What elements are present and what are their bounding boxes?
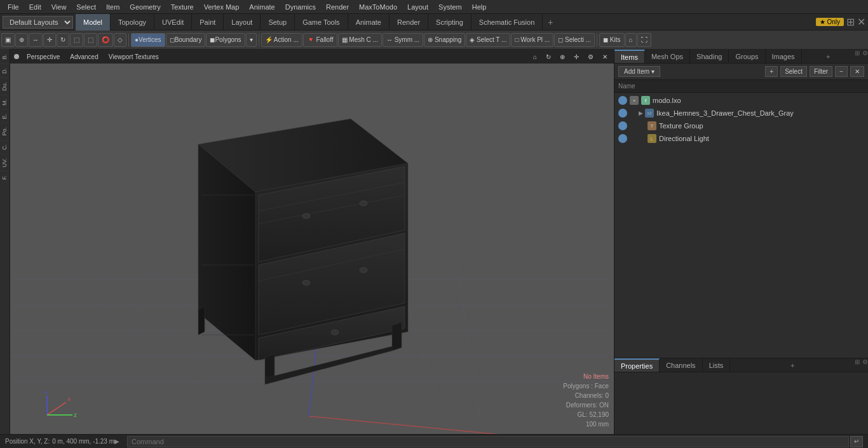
menu-system[interactable]: System: [433, 2, 467, 12]
tb-mode-dropdown[interactable]: ▾: [246, 33, 257, 47]
star-only-button[interactable]: ★ Only: [816, 18, 844, 26]
tb-symm[interactable]: ↔ Symm ...: [383, 33, 423, 47]
vp-close-icon[interactable]: ✕: [600, 53, 610, 61]
left-tab-b[interactable]: B.: [0, 50, 10, 64]
list-item[interactable]: + f modo.lxo: [614, 94, 868, 107]
menu-edit[interactable]: Edit: [24, 2, 46, 12]
menu-animate[interactable]: Animate: [244, 2, 280, 12]
items-select-button[interactable]: Select: [780, 66, 807, 77]
list-item[interactable]: L Directional Light: [614, 132, 868, 145]
3d-canvas[interactable]: .grid-l { stroke: rgba(100,100,180,0.25)…: [10, 64, 614, 434]
menu-render[interactable]: Render: [321, 2, 354, 12]
command-input[interactable]: [127, 436, 849, 447]
list-item[interactable]: T Texture Group: [614, 119, 868, 132]
menu-item[interactable]: Item: [101, 2, 125, 12]
tb-move[interactable]: ✛: [43, 33, 56, 47]
items-tab-images[interactable]: Images: [766, 50, 802, 63]
tb-boundary-mode[interactable]: ◻ Boundary: [166, 33, 206, 47]
layout-tab-uvedit[interactable]: UVEdit: [154, 14, 192, 31]
vp-zoom-icon[interactable]: ⊕: [557, 53, 567, 61]
layout-tab-paint[interactable]: Paint: [192, 14, 224, 31]
tb-select-t[interactable]: ◈ Select T ...: [466, 33, 510, 47]
tb-polygons-mode[interactable]: ◼ Polygons: [206, 33, 245, 47]
props-tab-add[interactable]: +: [785, 358, 799, 372]
items-x-button[interactable]: ✕: [850, 66, 864, 77]
viewport-textures-btn[interactable]: Viewport Textures: [106, 53, 161, 61]
maximize-button[interactable]: ⊞: [846, 16, 855, 28]
item-eye-toggle[interactable]: [618, 121, 627, 130]
tb-snapping[interactable]: ⊕ Snapping: [424, 33, 465, 47]
props-tab-lists[interactable]: Lists: [703, 358, 731, 372]
vp-pan-icon[interactable]: ✛: [571, 53, 581, 61]
items-tab-items[interactable]: Items: [614, 50, 645, 63]
props-tab-properties[interactable]: Properties: [614, 358, 660, 372]
layout-tab-topology[interactable]: Topology: [111, 14, 154, 31]
left-tab-e[interactable]: E.: [0, 109, 10, 123]
tb-world-space[interactable]: ⊕: [15, 33, 28, 47]
layout-dropdown[interactable]: Default Layouts: [3, 16, 73, 29]
item-expand-arrow[interactable]: ▶: [639, 110, 643, 116]
menu-dynamics[interactable]: Dynamics: [280, 2, 321, 12]
items-filter-icon[interactable]: +: [765, 66, 778, 77]
layout-tab-render[interactable]: Render: [390, 14, 428, 31]
left-tab-c[interactable]: C.: [0, 140, 10, 154]
tb-home[interactable]: ⌂: [625, 33, 637, 47]
command-execute-button[interactable]: ↵: [850, 436, 863, 447]
viewport-dot[interactable]: [14, 54, 19, 59]
tb-selecti[interactable]: ◻ Selecti ...: [554, 33, 595, 47]
item-eye-toggle[interactable]: [618, 109, 627, 118]
props-tab-channels[interactable]: Channels: [660, 358, 702, 372]
tb-scale[interactable]: ⬚: [70, 33, 83, 47]
item-eye-toggle[interactable]: [618, 134, 627, 143]
props-expand-icon[interactable]: ⊞: [855, 358, 860, 372]
menu-texture[interactable]: Texture: [166, 2, 199, 12]
left-tab-du[interactable]: Du.: [0, 78, 10, 95]
viewport-advanced-btn[interactable]: Advanced: [67, 53, 100, 61]
tb-action[interactable]: ⚡ Action ...: [261, 33, 302, 47]
left-tab-d[interactable]: D.: [0, 64, 10, 78]
items-tab-add[interactable]: +: [821, 50, 835, 63]
layout-tab-animate[interactable]: Animate: [348, 14, 390, 31]
tb-work-pl[interactable]: □ Work Pl ...: [511, 33, 553, 47]
layout-tab-layout[interactable]: Layout: [224, 14, 261, 31]
menu-layout[interactable]: Layout: [402, 2, 433, 12]
menu-file[interactable]: File: [3, 2, 24, 12]
tb-rotate[interactable]: ↻: [57, 33, 69, 47]
list-item[interactable]: ▶ M Ikea_Hemnes_3_Drawer_Chest_Dark_Gray: [614, 107, 868, 119]
items-settings-icon[interactable]: ⚙: [862, 50, 868, 63]
layout-tab-schematic[interactable]: Schematic Fusion: [471, 14, 543, 31]
layout-tab-scripting[interactable]: Scripting: [428, 14, 471, 31]
menu-geometry[interactable]: Geometry: [125, 2, 165, 12]
left-tab-uv[interactable]: UV.: [0, 154, 10, 171]
tb-transform[interactable]: ↔: [29, 33, 43, 47]
menu-vertex-map[interactable]: Vertex Map: [199, 2, 245, 12]
left-tab-po[interactable]: Po.: [0, 123, 10, 140]
props-settings-icon[interactable]: ⚙: [862, 358, 868, 372]
layout-tab-setup[interactable]: Setup: [261, 14, 295, 31]
viewport[interactable]: Perspective Advanced Viewport Textures ⌂…: [10, 50, 614, 434]
menu-select[interactable]: Select: [71, 2, 101, 12]
items-tab-shading[interactable]: Shading: [690, 50, 729, 63]
tb-kits[interactable]: ◼ Kits: [599, 33, 624, 47]
layout-tab-gametools[interactable]: Game Tools: [295, 14, 348, 31]
tb-falloff[interactable]: 🔻 Falloff: [303, 33, 337, 47]
vp-home-icon[interactable]: ⌂: [531, 53, 539, 61]
viewport-perspective-btn[interactable]: Perspective: [24, 53, 62, 61]
add-item-button[interactable]: Add Item ▾: [618, 66, 660, 77]
items-minus-button[interactable]: −: [835, 66, 848, 77]
settings-icon[interactable]: ✕: [857, 16, 865, 28]
tb-fullscreen[interactable]: ⛶: [637, 33, 651, 47]
tb-pivot[interactable]: ⭕: [98, 33, 113, 47]
layout-add-tab[interactable]: +: [543, 16, 558, 29]
left-tab-m[interactable]: M.: [0, 95, 10, 109]
item-eye-toggle[interactable]: [618, 96, 627, 105]
items-filter-button[interactable]: Filter: [810, 66, 832, 77]
menu-help[interactable]: Help: [467, 2, 492, 12]
tb-mesh-c[interactable]: ▦ Mesh C ...: [338, 33, 382, 47]
items-expand-icon[interactable]: ⊞: [855, 50, 860, 63]
items-tab-meshops[interactable]: Mesh Ops: [645, 50, 690, 63]
tb-mirror[interactable]: ⬚: [84, 33, 97, 47]
tb-vertices-mode[interactable]: ● Vertices: [131, 33, 165, 47]
left-tab-f[interactable]: F.: [0, 171, 10, 184]
menu-view[interactable]: View: [46, 2, 72, 12]
